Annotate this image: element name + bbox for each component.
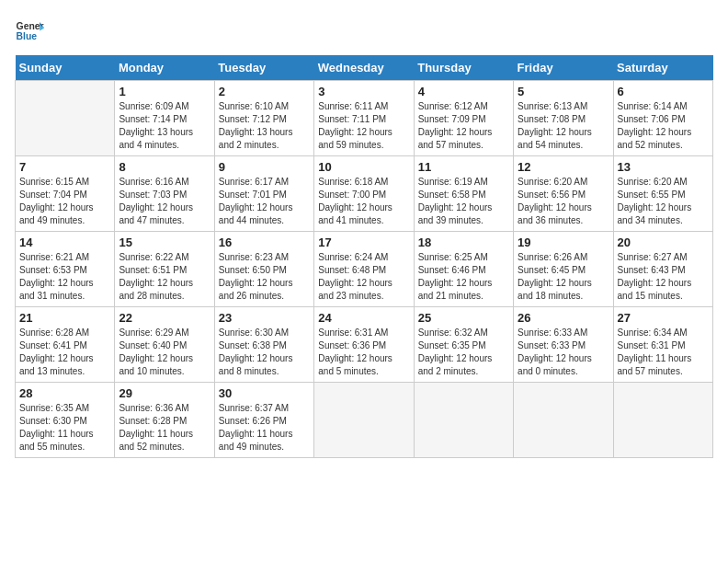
week-row-1: 1Sunrise: 6:09 AMSunset: 7:14 PMDaylight… bbox=[16, 81, 713, 156]
day-detail: Sunrise: 6:09 AMSunset: 7:14 PMDaylight:… bbox=[119, 100, 210, 152]
calendar-cell bbox=[514, 383, 613, 458]
day-detail: Sunrise: 6:18 AMSunset: 7:00 PMDaylight:… bbox=[318, 176, 409, 227]
day-number: 21 bbox=[19, 311, 110, 325]
calendar-cell: 12Sunrise: 6:20 AMSunset: 6:56 PMDayligh… bbox=[514, 156, 613, 232]
day-detail: Sunrise: 6:17 AMSunset: 7:01 PMDaylight:… bbox=[219, 176, 310, 227]
day-detail: Sunrise: 6:32 AMSunset: 6:35 PMDaylight:… bbox=[418, 327, 509, 378]
calendar-cell: 24Sunrise: 6:31 AMSunset: 6:36 PMDayligh… bbox=[314, 307, 414, 383]
day-header-wednesday: Wednesday bbox=[314, 55, 414, 81]
day-detail: Sunrise: 6:25 AMSunset: 6:46 PMDaylight:… bbox=[418, 251, 509, 303]
day-number: 8 bbox=[119, 160, 210, 174]
day-detail: Sunrise: 6:30 AMSunset: 6:38 PMDaylight:… bbox=[219, 327, 310, 378]
calendar-cell: 21Sunrise: 6:28 AMSunset: 6:41 PMDayligh… bbox=[16, 307, 115, 383]
page-header: General Blue bbox=[15, 15, 713, 44]
day-number: 27 bbox=[618, 311, 709, 325]
day-number: 18 bbox=[418, 236, 509, 249]
day-detail: Sunrise: 6:15 AMSunset: 7:04 PMDaylight:… bbox=[19, 176, 110, 227]
day-detail: Sunrise: 6:28 AMSunset: 6:41 PMDaylight:… bbox=[19, 327, 110, 378]
day-detail: Sunrise: 6:13 AMSunset: 7:08 PMDaylight:… bbox=[518, 100, 609, 152]
calendar-cell: 5Sunrise: 6:13 AMSunset: 7:08 PMDaylight… bbox=[514, 81, 613, 156]
calendar-cell bbox=[414, 383, 513, 458]
day-detail: Sunrise: 6:21 AMSunset: 6:53 PMDaylight:… bbox=[19, 251, 110, 303]
calendar-table: SundayMondayTuesdayWednesdayThursdayFrid… bbox=[15, 55, 713, 458]
week-row-2: 7Sunrise: 6:15 AMSunset: 7:04 PMDaylight… bbox=[16, 156, 713, 232]
day-detail: Sunrise: 6:35 AMSunset: 6:30 PMDaylight:… bbox=[19, 402, 110, 454]
day-number: 16 bbox=[219, 236, 310, 249]
calendar-cell: 19Sunrise: 6:26 AMSunset: 6:45 PMDayligh… bbox=[514, 232, 613, 307]
calendar-cell: 23Sunrise: 6:30 AMSunset: 6:38 PMDayligh… bbox=[214, 307, 313, 383]
day-detail: Sunrise: 6:20 AMSunset: 6:56 PMDaylight:… bbox=[518, 176, 609, 227]
calendar-cell bbox=[314, 383, 414, 458]
day-number: 2 bbox=[219, 85, 310, 98]
calendar-cell: 1Sunrise: 6:09 AMSunset: 7:14 PMDaylight… bbox=[115, 81, 214, 156]
calendar-cell: 17Sunrise: 6:24 AMSunset: 6:48 PMDayligh… bbox=[314, 232, 414, 307]
day-number: 11 bbox=[418, 160, 509, 174]
day-number: 12 bbox=[518, 160, 609, 174]
day-number: 4 bbox=[418, 85, 509, 98]
calendar-cell: 18Sunrise: 6:25 AMSunset: 6:46 PMDayligh… bbox=[414, 232, 513, 307]
day-detail: Sunrise: 6:31 AMSunset: 6:36 PMDaylight:… bbox=[318, 327, 409, 378]
calendar-cell: 2Sunrise: 6:10 AMSunset: 7:12 PMDaylight… bbox=[214, 81, 313, 156]
day-number: 1 bbox=[119, 85, 210, 98]
day-detail: Sunrise: 6:10 AMSunset: 7:12 PMDaylight:… bbox=[219, 100, 310, 152]
day-detail: Sunrise: 6:20 AMSunset: 6:55 PMDaylight:… bbox=[618, 176, 709, 227]
calendar-cell: 30Sunrise: 6:37 AMSunset: 6:26 PMDayligh… bbox=[214, 383, 313, 458]
calendar-cell: 13Sunrise: 6:20 AMSunset: 6:55 PMDayligh… bbox=[613, 156, 712, 232]
day-header-sunday: Sunday bbox=[16, 55, 115, 81]
day-detail: Sunrise: 6:12 AMSunset: 7:09 PMDaylight:… bbox=[418, 100, 509, 152]
calendar-cell: 15Sunrise: 6:22 AMSunset: 6:51 PMDayligh… bbox=[115, 232, 214, 307]
calendar-cell: 28Sunrise: 6:35 AMSunset: 6:30 PMDayligh… bbox=[16, 383, 115, 458]
day-detail: Sunrise: 6:23 AMSunset: 6:50 PMDaylight:… bbox=[219, 251, 310, 303]
svg-text:Blue: Blue bbox=[17, 31, 38, 41]
day-header-tuesday: Tuesday bbox=[214, 55, 313, 81]
calendar-body: 1Sunrise: 6:09 AMSunset: 7:14 PMDaylight… bbox=[16, 81, 713, 458]
day-number: 17 bbox=[318, 236, 409, 249]
day-detail: Sunrise: 6:36 AMSunset: 6:28 PMDaylight:… bbox=[119, 402, 210, 454]
calendar-cell: 7Sunrise: 6:15 AMSunset: 7:04 PMDaylight… bbox=[16, 156, 115, 232]
day-number: 6 bbox=[618, 85, 709, 98]
week-row-5: 28Sunrise: 6:35 AMSunset: 6:30 PMDayligh… bbox=[16, 383, 713, 458]
calendar-cell: 8Sunrise: 6:16 AMSunset: 7:03 PMDaylight… bbox=[115, 156, 214, 232]
day-header-thursday: Thursday bbox=[414, 55, 513, 81]
logo: General Blue bbox=[15, 15, 48, 44]
day-header-monday: Monday bbox=[115, 55, 214, 81]
calendar-cell: 29Sunrise: 6:36 AMSunset: 6:28 PMDayligh… bbox=[115, 383, 214, 458]
calendar-header-row: SundayMondayTuesdayWednesdayThursdayFrid… bbox=[16, 55, 713, 81]
day-detail: Sunrise: 6:26 AMSunset: 6:45 PMDaylight:… bbox=[518, 251, 609, 303]
day-header-saturday: Saturday bbox=[613, 55, 712, 81]
calendar-cell: 26Sunrise: 6:33 AMSunset: 6:33 PMDayligh… bbox=[514, 307, 613, 383]
day-number: 14 bbox=[19, 236, 110, 249]
calendar-cell: 9Sunrise: 6:17 AMSunset: 7:01 PMDaylight… bbox=[214, 156, 313, 232]
day-number: 5 bbox=[518, 85, 609, 98]
calendar-cell bbox=[16, 81, 115, 156]
day-number: 28 bbox=[19, 386, 110, 400]
day-detail: Sunrise: 6:24 AMSunset: 6:48 PMDaylight:… bbox=[318, 251, 409, 303]
calendar-cell: 10Sunrise: 6:18 AMSunset: 7:00 PMDayligh… bbox=[314, 156, 414, 232]
day-number: 9 bbox=[219, 160, 310, 174]
calendar-cell: 6Sunrise: 6:14 AMSunset: 7:06 PMDaylight… bbox=[613, 81, 712, 156]
calendar-cell: 4Sunrise: 6:12 AMSunset: 7:09 PMDaylight… bbox=[414, 81, 513, 156]
week-row-4: 21Sunrise: 6:28 AMSunset: 6:41 PMDayligh… bbox=[16, 307, 713, 383]
calendar-cell: 20Sunrise: 6:27 AMSunset: 6:43 PMDayligh… bbox=[613, 232, 712, 307]
day-detail: Sunrise: 6:37 AMSunset: 6:26 PMDaylight:… bbox=[219, 402, 310, 454]
day-number: 3 bbox=[318, 85, 409, 98]
day-detail: Sunrise: 6:33 AMSunset: 6:33 PMDaylight:… bbox=[518, 327, 609, 378]
day-detail: Sunrise: 6:22 AMSunset: 6:51 PMDaylight:… bbox=[119, 251, 210, 303]
day-number: 15 bbox=[119, 236, 210, 249]
day-number: 10 bbox=[318, 160, 409, 174]
day-detail: Sunrise: 6:11 AMSunset: 7:11 PMDaylight:… bbox=[318, 100, 409, 152]
calendar-cell: 11Sunrise: 6:19 AMSunset: 6:58 PMDayligh… bbox=[414, 156, 513, 232]
day-number: 20 bbox=[618, 236, 709, 249]
calendar-cell bbox=[613, 383, 712, 458]
day-number: 25 bbox=[418, 311, 509, 325]
day-number: 29 bbox=[119, 386, 210, 400]
calendar-cell: 25Sunrise: 6:32 AMSunset: 6:35 PMDayligh… bbox=[414, 307, 513, 383]
day-detail: Sunrise: 6:19 AMSunset: 6:58 PMDaylight:… bbox=[418, 176, 509, 227]
day-number: 19 bbox=[518, 236, 609, 249]
calendar-cell: 22Sunrise: 6:29 AMSunset: 6:40 PMDayligh… bbox=[115, 307, 214, 383]
day-detail: Sunrise: 6:34 AMSunset: 6:31 PMDaylight:… bbox=[618, 327, 709, 378]
day-number: 22 bbox=[119, 311, 210, 325]
day-detail: Sunrise: 6:16 AMSunset: 7:03 PMDaylight:… bbox=[119, 176, 210, 227]
day-number: 7 bbox=[19, 160, 110, 174]
day-detail: Sunrise: 6:27 AMSunset: 6:43 PMDaylight:… bbox=[618, 251, 709, 303]
